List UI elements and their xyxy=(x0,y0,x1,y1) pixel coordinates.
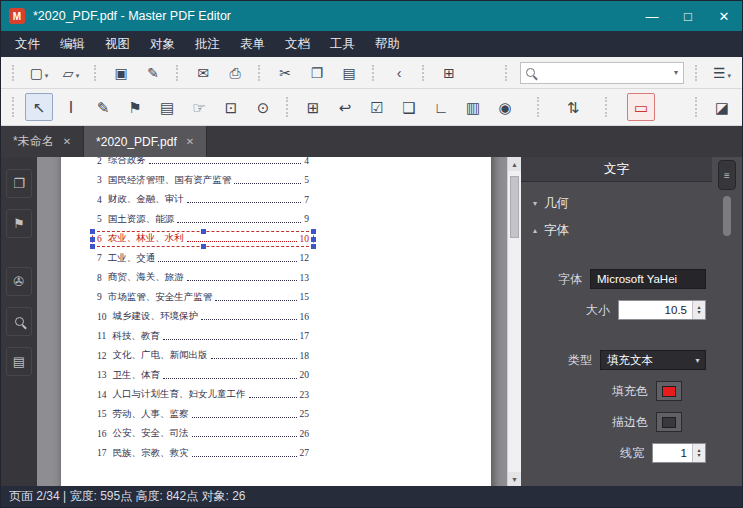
eraser-tool[interactable]: ◪ xyxy=(708,93,736,121)
toc-row[interactable]: 13卫生、体育20 xyxy=(97,366,309,386)
attachments-panel-button[interactable]: ✇ xyxy=(6,267,32,296)
bookmarks-panel-button[interactable]: ⚑ xyxy=(6,209,32,238)
main-menu-button[interactable]: ☰▾ xyxy=(709,61,735,85)
section-font[interactable]: ▴ 字体 xyxy=(521,217,712,244)
search-input[interactable] xyxy=(540,66,670,80)
tab-close-icon[interactable]: ✕ xyxy=(186,136,194,147)
menu-form[interactable]: 表单 xyxy=(230,31,275,57)
toc-row[interactable]: 11科技、教育17 xyxy=(97,327,309,347)
pdf-page[interactable]: 2综合政务43国民经济管理、国有资产监管54财政、金融、审计75国土资源、能源9… xyxy=(61,157,491,486)
toc-row[interactable]: 8商贸、海关、旅游13 xyxy=(97,268,309,288)
combo-box-tool[interactable]: ▥ xyxy=(459,93,487,121)
crop-tool[interactable]: ⊡ xyxy=(217,93,245,121)
snapshot-button[interactable]: ⊞ xyxy=(436,61,462,85)
edit-forms-tool[interactable]: ⚑ xyxy=(121,93,149,121)
menu-help[interactable]: 帮助 xyxy=(365,31,410,57)
copy-button[interactable]: ❐ xyxy=(304,61,330,85)
menu-object[interactable]: 对象 xyxy=(140,31,185,57)
fill-color-swatch[interactable] xyxy=(656,381,682,401)
previous-view-button[interactable]: ‹ xyxy=(386,61,412,85)
menu-file[interactable]: 文件 xyxy=(5,31,50,57)
toc-row[interactable]: 5国土资源、能源9 xyxy=(97,210,309,230)
fill-type-select[interactable]: 填充文本 ▾ xyxy=(600,350,706,370)
toc-row[interactable]: 2综合政务4 xyxy=(97,157,309,171)
align-tool[interactable]: ⇅ xyxy=(559,93,587,121)
selection-handle[interactable] xyxy=(311,229,316,234)
close-button[interactable]: ✕ xyxy=(706,1,742,31)
highlight-area-tool[interactable]: ▭ xyxy=(627,93,655,121)
panel-collapse-handle[interactable]: ≡ xyxy=(718,160,736,190)
radio-button-tool[interactable]: ◉ xyxy=(491,93,519,121)
scroll-up-icon[interactable]: ▲ xyxy=(508,157,521,171)
toc-row[interactable]: 16公安、安全、司法26 xyxy=(97,424,309,444)
text-field-tool[interactable]: ⊞ xyxy=(299,93,327,121)
save-as-button[interactable]: ✎ xyxy=(140,61,166,85)
panel-scrollbar-thumb[interactable] xyxy=(723,196,731,236)
thumbnails-panel-button[interactable]: ❐ xyxy=(6,169,32,198)
spin-down-icon[interactable]: ▾ xyxy=(697,453,700,458)
form-list-tool[interactable]: ▤ xyxy=(153,93,181,121)
menu-edit[interactable]: 编辑 xyxy=(50,31,95,57)
tab-untitled[interactable]: *未命名✕ xyxy=(1,126,84,157)
edit-document-tool[interactable]: ✎ xyxy=(89,93,117,121)
open-file-button[interactable]: ▱▾ xyxy=(58,61,84,85)
menu-tools[interactable]: 工具 xyxy=(320,31,365,57)
select-text-tool[interactable]: Ⅰ xyxy=(57,93,85,121)
pdf-viewport[interactable]: 2综合政务43国民经济管理、国有资产监管54财政、金融、审计75国土资源、能源9… xyxy=(37,157,521,486)
selection-handle[interactable] xyxy=(90,237,95,242)
hand-tool[interactable]: ☞ xyxy=(185,93,213,121)
select-objects-tool[interactable]: ↖ xyxy=(25,93,53,121)
paste-button[interactable]: ▤ xyxy=(336,61,362,85)
maximize-button[interactable]: □ xyxy=(670,1,706,31)
panel-scrollbar[interactable] xyxy=(723,196,731,316)
snapshot-camera-tool[interactable]: ⊙ xyxy=(249,93,277,121)
stamp-tool[interactable]: ❑ xyxy=(395,93,423,121)
section-geometry[interactable]: ▾ 几何 xyxy=(521,190,712,217)
save-button[interactable]: ▣ xyxy=(108,61,134,85)
search-panel-button[interactable] xyxy=(6,307,32,336)
toc-row[interactable]: 6农业、林业、水利10 xyxy=(97,229,309,249)
scroll-down-icon[interactable]: ▼ xyxy=(508,472,521,486)
menu-document[interactable]: 文档 xyxy=(275,31,320,57)
menu-comment[interactable]: 批注 xyxy=(185,31,230,57)
measure-tool[interactable]: ∟ xyxy=(427,93,455,121)
toc-row[interactable]: 12文化、广电、新闻出版18 xyxy=(97,346,309,366)
line-width-input[interactable]: 1 ▴▾ xyxy=(652,443,706,463)
line-break-tool[interactable]: ↩ xyxy=(331,93,359,121)
toc-row[interactable]: 15劳动、人事、监察25 xyxy=(97,405,309,425)
selection-handle[interactable] xyxy=(90,229,95,234)
search-box[interactable]: ▾ xyxy=(520,62,684,84)
toc-row[interactable]: 14人口与计划生育、妇女儿童工作23 xyxy=(97,385,309,405)
selection-handle[interactable] xyxy=(311,237,316,242)
checkbox-tool[interactable]: ☑ xyxy=(363,93,391,121)
line-width-spinner[interactable]: ▴▾ xyxy=(692,444,705,462)
selection-handle[interactable] xyxy=(201,229,206,234)
new-document-button[interactable]: ▢▾ xyxy=(26,61,52,85)
toc-row[interactable]: 9市场监管、安全生产监管15 xyxy=(97,288,309,308)
toc-row[interactable]: 3国民经济管理、国有资产监管5 xyxy=(97,171,309,191)
cut-button[interactable]: ✂ xyxy=(272,61,298,85)
title-bar: M *2020_PDF.pdf - Master PDF Editor —□✕ xyxy=(1,1,742,31)
font-size-spinner[interactable]: ▴▾ xyxy=(692,301,705,319)
tab-2020-pdf[interactable]: *2020_PDF.pdf✕ xyxy=(84,126,207,157)
print-button[interactable]: ⎙ xyxy=(222,61,248,85)
toc-row[interactable]: 17民族、宗教、救灾27 xyxy=(97,444,309,464)
font-size-input[interactable]: 10.5 ▴▾ xyxy=(618,300,706,320)
selection-handle[interactable] xyxy=(90,244,95,249)
form-fields-panel-button[interactable]: ▤ xyxy=(6,347,32,376)
email-button[interactable]: ✉ xyxy=(190,61,216,85)
tab-close-icon[interactable]: ✕ xyxy=(63,136,71,147)
minimize-button[interactable]: — xyxy=(634,1,670,31)
pdf-scrollbar[interactable]: ▲ ▼ xyxy=(507,157,521,486)
font-family-input[interactable]: Microsoft YaHei xyxy=(590,269,706,289)
toc-row[interactable]: 4财政、金融、审计7 xyxy=(97,190,309,210)
stroke-color-swatch[interactable] xyxy=(656,412,682,432)
menu-view[interactable]: 视图 xyxy=(95,31,140,57)
toc-row[interactable]: 7工业、交通12 xyxy=(97,249,309,269)
toc-row[interactable]: 10城乡建设、环境保护16 xyxy=(97,307,309,327)
spin-down-icon[interactable]: ▾ xyxy=(697,310,700,315)
toc-entry-number: 9 xyxy=(97,292,102,302)
chevron-down-icon[interactable]: ▾ xyxy=(670,68,678,77)
pdf-scrollbar-thumb[interactable] xyxy=(510,176,519,238)
selection-handle[interactable] xyxy=(311,244,316,249)
